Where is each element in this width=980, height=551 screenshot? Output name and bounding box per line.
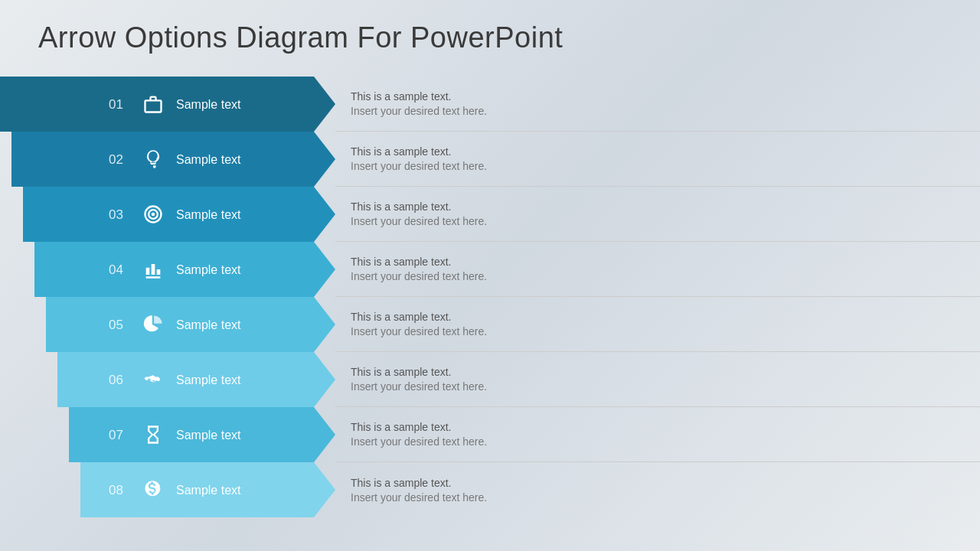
row-4: 04Sample textThis is a sample text.Inser… bbox=[0, 242, 980, 297]
svg-text:01: 01 bbox=[109, 97, 123, 112]
svg-text:04: 04 bbox=[109, 262, 123, 277]
diagram-area: 01Sample textThis is a sample text.Inser… bbox=[0, 77, 980, 517]
row-1-text-main: This is a sample text. bbox=[351, 90, 919, 103]
row-7-text-sub: Insert your desired text here. bbox=[351, 435, 919, 448]
svg-marker-11 bbox=[23, 187, 100, 242]
row-2-text-main: This is a sample text. bbox=[351, 145, 919, 158]
svg-marker-31 bbox=[80, 462, 100, 517]
svg-text:Sample text: Sample text bbox=[176, 208, 241, 221]
row-5-text-sub: Insert your desired text here. bbox=[351, 325, 919, 337]
row-2-text-sub: Insert your desired text here. bbox=[351, 160, 919, 172]
row-8-text-main: This is a sample text. bbox=[351, 477, 919, 489]
row-6-text-main: This is a sample text. bbox=[351, 366, 919, 378]
svg-text:Sample text: Sample text bbox=[176, 429, 241, 442]
row-7-text-main: This is a sample text. bbox=[351, 421, 919, 433]
svg-marker-27 bbox=[69, 407, 100, 462]
svg-marker-3 bbox=[0, 77, 100, 132]
svg-marker-15 bbox=[34, 242, 100, 297]
svg-text:Sample text: Sample text bbox=[176, 484, 241, 497]
svg-marker-7 bbox=[11, 132, 100, 187]
row-2: 02Sample textThis is a sample text.Inser… bbox=[0, 132, 980, 187]
svg-text:Sample text: Sample text bbox=[176, 98, 241, 111]
row-7: 07Sample textThis is a sample text.Inser… bbox=[0, 407, 980, 462]
row-4-text-main: This is a sample text. bbox=[351, 256, 919, 268]
row-3: 03Sample textThis is a sample text.Inser… bbox=[0, 187, 980, 242]
row-8-text-sub: Insert your desired text here. bbox=[351, 491, 919, 504]
row-4-text-sub: Insert your desired text here. bbox=[351, 270, 919, 282]
page-title: Arrow Options Diagram For PowerPoint bbox=[38, 21, 563, 54]
svg-text:08: 08 bbox=[109, 483, 123, 497]
svg-text:Sample text: Sample text bbox=[176, 318, 241, 331]
row-1-text-sub: Insert your desired text here. bbox=[351, 105, 919, 117]
svg-marker-23 bbox=[57, 352, 100, 407]
svg-text:06: 06 bbox=[109, 373, 123, 387]
row-6-text-sub: Insert your desired text here. bbox=[351, 380, 919, 393]
row-8: 08Sample textThis is a sample text.Inser… bbox=[0, 462, 980, 517]
row-5: 05Sample textThis is a sample text.Inser… bbox=[0, 297, 980, 352]
svg-text:07: 07 bbox=[109, 428, 123, 442]
svg-text:05: 05 bbox=[109, 318, 123, 332]
svg-text:Sample text: Sample text bbox=[176, 373, 241, 386]
svg-text:02: 02 bbox=[109, 152, 123, 167]
svg-text:03: 03 bbox=[109, 207, 123, 222]
row-6: 06Sample textThis is a sample text.Inser… bbox=[0, 352, 980, 407]
svg-marker-19 bbox=[46, 297, 100, 352]
svg-text:Sample text: Sample text bbox=[176, 153, 241, 166]
row-3-text-main: This is a sample text. bbox=[351, 201, 919, 213]
row-1: 01Sample textThis is a sample text.Inser… bbox=[0, 77, 980, 132]
svg-text:Sample text: Sample text bbox=[176, 263, 241, 276]
row-3-text-sub: Insert your desired text here. bbox=[351, 215, 919, 227]
row-5-text-main: This is a sample text. bbox=[351, 311, 919, 323]
